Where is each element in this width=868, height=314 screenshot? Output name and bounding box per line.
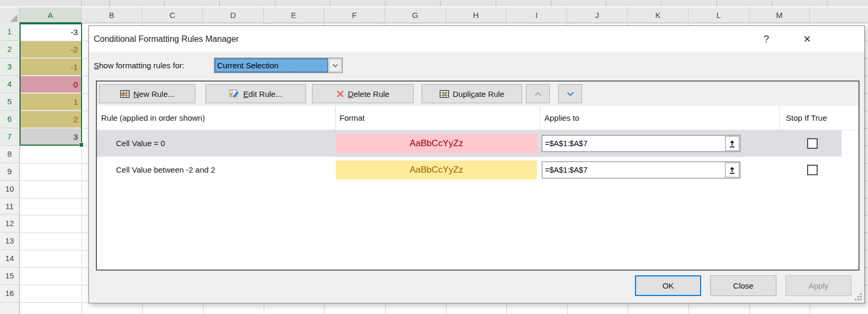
select-all-triangle-icon <box>10 14 17 22</box>
row-header-2[interactable]: 2 <box>0 41 19 58</box>
formula-bar-bottom-strip <box>0 0 868 6</box>
column-separator <box>540 106 540 130</box>
cell-a5[interactable]: 1 <box>21 94 81 110</box>
scope-dropdown-value[interactable]: Current Selection <box>214 58 328 73</box>
column-header-e[interactable]: E <box>264 7 325 23</box>
column-header-j[interactable]: J <box>567 7 628 23</box>
column-header-b[interactable]: B <box>82 7 142 23</box>
edit-rule-button[interactable]: Edit Rule... <box>205 84 306 103</box>
row-header[interactable] <box>0 302 19 314</box>
resize-grip[interactable] <box>854 292 862 301</box>
column-header-i[interactable]: I <box>506 7 567 23</box>
strip-tick <box>109 1 110 6</box>
strip-tick <box>164 1 165 6</box>
rule-column-header: Rule (applied in order shown) <box>101 106 205 130</box>
collapse-dialog-range-button[interactable] <box>725 163 739 177</box>
row-header-7[interactable]: 7 <box>0 128 19 146</box>
fill-handle[interactable] <box>79 142 84 147</box>
row-header-11[interactable]: 11 <box>0 198 19 216</box>
cell-a4[interactable]: 0 <box>21 76 81 93</box>
row-header-3[interactable]: 3 <box>0 58 19 76</box>
row-header-6[interactable]: 6 <box>0 111 19 128</box>
duplicate-rule-button[interactable]: Duplicate Rule <box>422 84 522 103</box>
move-rule-up-button[interactable] <box>526 84 550 103</box>
applies-to-input[interactable] <box>542 162 724 178</box>
applies-to-column-header: Applies to <box>544 106 579 130</box>
move-rule-down-button[interactable] <box>558 84 582 103</box>
cell-a6[interactable]: 2 <box>21 111 81 128</box>
applies-to-field <box>542 135 740 152</box>
column-header-c[interactable]: C <box>142 7 203 23</box>
chevron-up-icon <box>534 91 542 97</box>
strip-tick <box>81 1 82 6</box>
rule-description: Cell Value between -2 and 2 <box>116 157 215 183</box>
stop-if-true-checkbox[interactable] <box>807 138 818 149</box>
cell-a3[interactable]: -1 <box>21 59 81 75</box>
strip-tick <box>385 1 386 6</box>
column-header-h[interactable]: H <box>446 7 507 23</box>
column-header-a[interactable]: A <box>20 7 82 23</box>
grip-dot <box>857 299 859 300</box>
row-header-4[interactable]: 4 <box>0 76 19 93</box>
delete-rule-button[interactable]: Delete Rule <box>312 84 414 103</box>
strip-tick <box>219 1 220 6</box>
format-column-header: Format <box>339 106 365 130</box>
chevron-down-icon <box>332 64 338 68</box>
label-key: S <box>94 61 99 70</box>
column-header-k[interactable]: K <box>628 7 688 23</box>
rules-groupbox: New Rule... Edit Rule... Delet <box>96 80 860 271</box>
grip-dot <box>860 296 862 298</box>
row-header-5[interactable]: 5 <box>0 93 19 111</box>
rules-list-header: Rule (applied in order shown) Format App… <box>97 106 858 130</box>
gridline <box>82 23 82 314</box>
edit-rule-label: Edit Rule... <box>243 89 282 98</box>
new-rule-label: New Rule... <box>133 89 175 98</box>
row-header-16[interactable]: 16 <box>0 285 19 302</box>
strip-tick <box>827 1 827 6</box>
select-all-corner[interactable] <box>0 7 20 23</box>
rule-row[interactable]: Cell Value between -2 and 2 AaBbCcYyZz <box>97 157 842 183</box>
column-separator <box>779 106 780 130</box>
row-header-10[interactable]: 10 <box>0 181 19 198</box>
dialog-titlebar[interactable]: Conditional Formatting Rules Manager ? ✕ <box>89 26 864 52</box>
column-header-g[interactable]: G <box>385 7 446 23</box>
row-header-13[interactable]: 13 <box>0 232 19 250</box>
duplicate-rule-table-icon <box>440 90 449 98</box>
column-header-f[interactable]: F <box>324 7 385 23</box>
row-header-14[interactable]: 14 <box>0 250 19 267</box>
edit-rule-pencil-icon <box>229 89 239 98</box>
apply-button[interactable]: Apply <box>785 275 852 296</box>
cell-a2[interactable]: -2 <box>21 41 81 58</box>
column-separator <box>335 106 336 130</box>
row-header-15[interactable]: 15 <box>0 267 19 285</box>
ok-button[interactable]: OK <box>635 275 701 296</box>
strip-tick <box>717 1 717 6</box>
delete-rule-label: Delete Rule <box>348 89 389 98</box>
row-header-9[interactable]: 9 <box>0 163 19 181</box>
help-button[interactable]: ? <box>758 31 775 48</box>
strip-tick <box>496 1 496 6</box>
close-button[interactable]: Close <box>710 275 776 296</box>
show-rules-for-label: Show formatting rules for: <box>94 58 184 73</box>
column-header-d[interactable]: D <box>203 7 264 23</box>
close-dialog-button[interactable]: ✕ <box>799 31 816 48</box>
new-rule-button[interactable]: New Rule... <box>99 84 195 103</box>
grip-dot <box>857 296 859 298</box>
row-header-8[interactable]: 8 <box>0 146 19 163</box>
stop-if-true-checkbox[interactable] <box>807 165 818 175</box>
rule-row[interactable]: Cell Value = 0 AaBbCcYyZz <box>97 130 842 157</box>
delete-x-icon <box>336 90 344 98</box>
scope-dropdown-arrow-button[interactable] <box>329 59 342 72</box>
rule-description: Cell Value = 0 <box>116 130 165 157</box>
cell-a1[interactable]: -3 <box>21 24 81 40</box>
column-header-m[interactable]: M <box>749 7 810 23</box>
range-select-arrow-icon <box>729 166 736 174</box>
column-header-l[interactable]: L <box>688 7 749 23</box>
row-header-1[interactable]: 1 <box>0 23 19 41</box>
scope-dropdown[interactable]: Current Selection <box>214 58 343 73</box>
collapse-dialog-range-button[interactable] <box>725 136 739 151</box>
row-header-12[interactable]: 12 <box>0 215 19 232</box>
cell-a7[interactable]: 3 <box>21 129 81 145</box>
grip-dot <box>855 299 856 300</box>
applies-to-input[interactable] <box>542 136 724 151</box>
